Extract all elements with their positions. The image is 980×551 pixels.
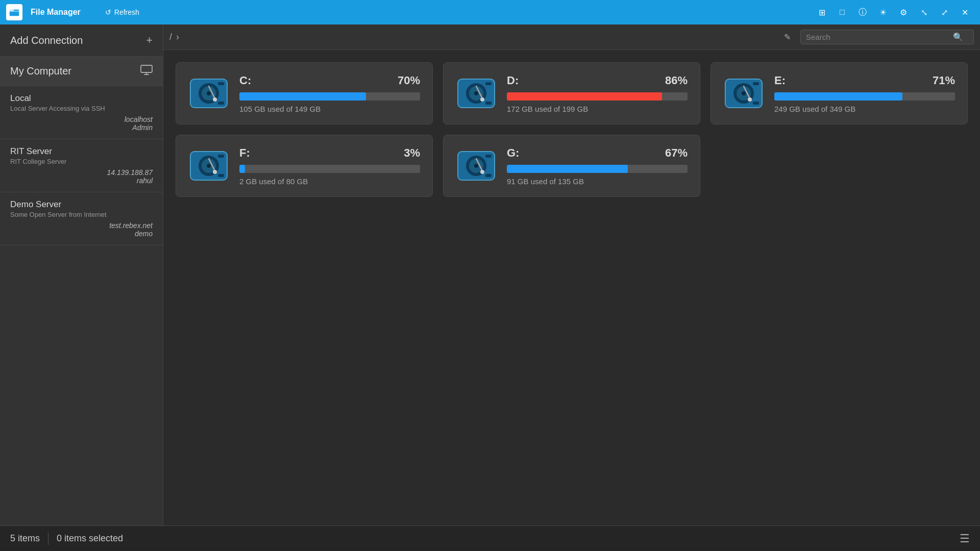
drive-card-c[interactable]: C: 70% 105 GB used of 149 GB: [176, 62, 433, 124]
add-connection-label: Add Connection: [10, 35, 83, 46]
drive-card-e[interactable]: E: 71% 249 GB used of 349 GB: [710, 62, 968, 124]
drive-icon-c: [188, 73, 229, 114]
drive-letter: F:: [239, 146, 250, 160]
maximize-button[interactable]: ⤢: [935, 5, 953, 19]
items-count: 5 items: [10, 533, 40, 544]
drive-info-f: F: 3% 2 GB used of 80 GB: [239, 146, 420, 186]
drive-usage-fill: [239, 165, 245, 173]
drive-letter: D:: [507, 74, 519, 87]
drive-usage-fill: [507, 92, 662, 101]
drive-icon-d: [456, 73, 497, 114]
connection-rit-server[interactable]: RIT Server RIT College Server 14.139.188…: [0, 139, 163, 192]
path-chevron[interactable]: ›: [176, 32, 179, 42]
add-connection-plus-icon: +: [146, 34, 153, 47]
svg-point-9: [213, 97, 217, 102]
drive-card-g[interactable]: G: 67% 91 GB used of 135 GB: [443, 135, 700, 197]
drive-usage-bar: [239, 92, 420, 101]
edit-path-button[interactable]: ✎: [778, 30, 796, 45]
drive-usage-bar: [507, 92, 688, 101]
svg-point-16: [474, 91, 478, 95]
drive-info-g: G: 67% 91 GB used of 135 GB: [507, 146, 688, 186]
search-box[interactable]: 🔍: [800, 30, 974, 44]
sidebar: Add Connection + My Computer Local Local…: [0, 24, 163, 525]
svg-rect-37: [218, 155, 224, 158]
drive-usage-text: 249 GB used of 349 GB: [774, 105, 955, 113]
window-button[interactable]: □: [833, 5, 851, 19]
my-computer-label: My Computer: [10, 65, 71, 77]
address-bar: / › ✎ 🔍: [163, 24, 980, 50]
drive-percent: 67%: [665, 146, 688, 160]
refresh-button[interactable]: ↺ Refresh: [101, 6, 143, 18]
svg-point-7: [207, 91, 211, 95]
monitor-icon: [140, 65, 153, 78]
drives-grid: C: 70% 105 GB used of 149 GB: [163, 50, 980, 525]
drive-usage-text: 2 GB used of 80 GB: [239, 177, 420, 186]
drive-usage-bar: [507, 165, 688, 173]
drive-usage-fill: [239, 92, 366, 101]
svg-rect-19: [485, 82, 492, 85]
grid-view-button[interactable]: ⊞: [813, 5, 831, 19]
drive-usage-fill: [774, 92, 902, 101]
svg-point-27: [748, 97, 752, 102]
app-icon: [6, 4, 22, 20]
status-bar: 5 items 0 items selected ☰: [0, 525, 980, 551]
svg-point-36: [213, 170, 217, 174]
app-title: File Manager: [31, 8, 81, 17]
svg-point-34: [207, 164, 211, 168]
sun-button[interactable]: ☀: [874, 5, 892, 19]
drive-letter: E:: [774, 74, 786, 87]
drive-usage-text: 105 GB used of 149 GB: [239, 105, 420, 113]
my-computer-button[interactable]: My Computer: [0, 57, 163, 86]
drive-letter: G:: [507, 146, 519, 160]
status-separator: [48, 533, 48, 545]
svg-rect-29: [753, 102, 759, 105]
svg-rect-10: [218, 82, 224, 85]
drive-percent: 3%: [404, 146, 420, 160]
drive-usage-text: 172 GB used of 199 GB: [507, 105, 688, 113]
drive-percent: 86%: [665, 74, 688, 87]
svg-rect-38: [218, 174, 224, 177]
window-controls: ⊞ □ ⓘ ☀ ⚙ ⤡ ⤢ ✕: [813, 5, 974, 19]
content-area: / › ✎ 🔍: [163, 24, 980, 525]
drive-usage-bar: [239, 165, 420, 173]
svg-rect-1: [9, 9, 14, 11]
drive-percent: 70%: [398, 74, 420, 87]
drive-letter: C:: [239, 74, 251, 87]
hamburger-menu-button[interactable]: ☰: [960, 532, 970, 545]
main-layout: Add Connection + My Computer Local Local…: [0, 24, 980, 525]
svg-rect-47: [485, 174, 492, 177]
svg-point-45: [480, 170, 484, 174]
svg-rect-11: [218, 102, 224, 105]
svg-rect-2: [141, 65, 152, 72]
refresh-icon: ↺: [105, 8, 111, 16]
drive-icon-g: [456, 145, 497, 186]
drive-percent: 71%: [933, 74, 955, 87]
path-slash: /: [169, 32, 172, 42]
close-button[interactable]: ✕: [955, 5, 974, 19]
svg-point-18: [480, 97, 484, 102]
add-connection-button[interactable]: Add Connection +: [0, 24, 163, 57]
drive-card-d[interactable]: D: 86% 172 GB used of 199 GB: [443, 62, 700, 124]
selected-count: 0 items selected: [57, 533, 123, 544]
search-icon[interactable]: 🔍: [953, 32, 963, 42]
svg-rect-46: [485, 155, 492, 158]
settings-button[interactable]: ⚙: [894, 5, 913, 19]
drive-usage-bar: [774, 92, 955, 101]
connection-demo-server[interactable]: Demo Server Some Open Server from Intern…: [0, 192, 163, 245]
drive-icon-f: [188, 145, 229, 186]
drive-usage-text: 91 GB used of 135 GB: [507, 177, 688, 186]
drive-usage-fill: [507, 165, 628, 173]
drive-info-d: D: 86% 172 GB used of 199 GB: [507, 74, 688, 113]
search-input[interactable]: [806, 33, 949, 41]
connection-local[interactable]: Local Local Server Accessing via SSH loc…: [0, 86, 163, 139]
svg-rect-20: [485, 102, 492, 105]
drive-card-f[interactable]: F: 3% 2 GB used of 80 GB: [176, 135, 433, 197]
drive-info-c: C: 70% 105 GB used of 149 GB: [239, 74, 420, 113]
drive-icon-e: [723, 73, 764, 114]
compress-button[interactable]: ⤡: [915, 5, 933, 19]
info-button[interactable]: ⓘ: [853, 5, 872, 19]
drive-info-e: E: 71% 249 GB used of 349 GB: [774, 74, 955, 113]
titlebar: File Manager ↺ Refresh ⊞ □ ⓘ ☀ ⚙ ⤡ ⤢ ✕: [0, 0, 980, 24]
svg-point-43: [474, 164, 478, 168]
svg-rect-28: [753, 82, 759, 85]
